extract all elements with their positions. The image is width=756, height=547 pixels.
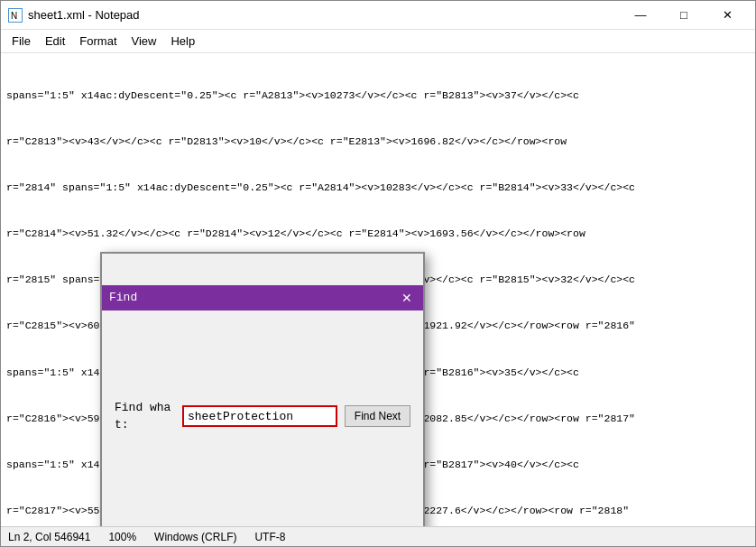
statusbar: Ln 2, Col 546941 100% Windows (CRLF) UTF… xyxy=(1,526,755,546)
content-line: r="2814" spans="1:5" x14ac:dyDescent="0.… xyxy=(6,181,750,196)
menubar: File Edit Format View Help xyxy=(1,30,755,53)
content-line: r="C2813"><v>43</v></c><c r="D2813"><v>1… xyxy=(6,134,750,150)
direction-area: Direction Up Down xyxy=(115,505,254,526)
line-ending: Windows (CRLF) xyxy=(154,531,236,543)
cursor-position: Ln 2, Col 546941 xyxy=(8,531,90,543)
window-title: sheet1.xml - Notepad xyxy=(28,8,620,22)
app-icon: N xyxy=(8,8,23,23)
find-what-row: Find what: Find Next xyxy=(115,399,410,434)
cancel-area: Cancel xyxy=(263,505,410,526)
close-button[interactable]: ✕ xyxy=(706,1,748,30)
window-controls: — □ ✕ xyxy=(620,1,748,30)
menu-file[interactable]: File xyxy=(5,32,38,51)
titlebar: N sheet1.xml - Notepad — □ ✕ xyxy=(1,1,755,30)
dialog-title: Find xyxy=(109,289,398,307)
main-window: N sheet1.xml - Notepad — □ ✕ File Edit F… xyxy=(0,0,756,547)
minimize-button[interactable]: — xyxy=(620,1,661,30)
menu-format[interactable]: Format xyxy=(72,32,124,51)
find-what-input[interactable] xyxy=(182,405,337,427)
zoom-level: 100% xyxy=(108,531,136,543)
find-dialog: Find ✕ Find what: Find Next Direction xyxy=(100,252,425,526)
menu-view[interactable]: View xyxy=(124,32,164,51)
maximize-button[interactable]: □ xyxy=(663,1,705,30)
content-line: r="C2814"><v>51.32</v></c><c r="D2814"><… xyxy=(6,227,750,242)
menu-edit[interactable]: Edit xyxy=(38,32,72,51)
menu-help[interactable]: Help xyxy=(163,32,202,51)
dialog-body: Find what: Find Next Direction Up xyxy=(102,341,423,526)
dialog-close-button[interactable]: ✕ xyxy=(398,289,416,307)
svg-text:N: N xyxy=(11,11,17,21)
find-what-label: Find what: xyxy=(115,399,182,434)
content-line: spans="1:5" x14ac:dyDescent="0.25"><c r=… xyxy=(6,88,750,104)
find-next-button[interactable]: Find Next xyxy=(345,405,410,427)
encoding: UTF-8 xyxy=(254,531,285,543)
dialog-titlebar: Find ✕ xyxy=(102,285,423,311)
text-content[interactable]: spans="1:5" x14ac:dyDescent="0.25"><c r=… xyxy=(1,53,755,526)
